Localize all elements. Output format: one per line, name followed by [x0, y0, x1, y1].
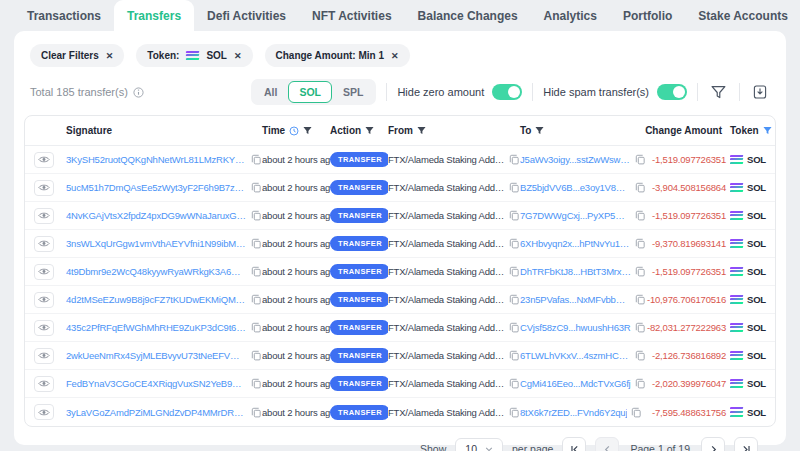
token-filter-chip[interactable]: Token: SOL ✕: [136, 44, 252, 67]
signature-link[interactable]: 4d2tMSeEZuw9B8j9cFZ7tKUDwEKMiQMkTuw6KF..…: [66, 294, 247, 305]
funnel-icon[interactable]: [417, 126, 426, 135]
eye-preview-button[interactable]: [34, 348, 54, 364]
clear-filters-chip[interactable]: Clear Filters ✕: [30, 44, 124, 67]
to-address-link[interactable]: 8tX6k7rZED...FVnd6Y2quj: [520, 407, 627, 418]
to-address-link[interactable]: 6TLWLhVKxV...4szmHCRDz9: [520, 350, 631, 361]
close-icon[interactable]: ✕: [391, 51, 399, 61]
tab-nft-activities[interactable]: NFT Activities: [299, 0, 405, 31]
signature-link[interactable]: 2wkUeeNmRx4SyjMLEBvyvU73tNeEFVWGB6Tgdqi.…: [66, 350, 247, 361]
copy-icon[interactable]: [509, 407, 520, 418]
to-address-link[interactable]: 7G7DWWgCxj...PyXP5R2d3L: [520, 210, 631, 221]
copy-icon[interactable]: [509, 182, 520, 193]
eye-icon: [38, 211, 50, 220]
copy-icon[interactable]: [251, 407, 262, 418]
tab-transfers[interactable]: Transfers: [114, 0, 194, 31]
tab-stake-accounts[interactable]: Stake Accounts: [685, 0, 800, 31]
copy-icon[interactable]: [251, 266, 262, 277]
tab-balance-changes[interactable]: Balance Changes: [405, 0, 531, 31]
copy-icon[interactable]: [251, 378, 262, 389]
tab-transactions[interactable]: Transactions: [14, 0, 114, 31]
tab-analytics[interactable]: Analytics: [531, 0, 610, 31]
page-size-select[interactable]: 10: [455, 438, 503, 451]
signature-link[interactable]: 3nsWLXqUrGgw1vmVthAEYVfni1N99ibMk4maGk..…: [66, 238, 247, 249]
copy-icon[interactable]: [251, 294, 262, 305]
to-address-link[interactable]: 23n5PVafas...NxMFvbbEWo: [520, 294, 631, 305]
token-label: SOL: [747, 294, 766, 305]
signature-link[interactable]: FedBYnaV3CGoCE4XRiqgVuxSN2YeB9QZxjuVP2t.…: [66, 378, 247, 389]
signature-link[interactable]: 3yLaVGoZAmdPZiMLGNdZvDP4MMrDRKW6VJZL...: [66, 407, 247, 418]
eye-preview-button[interactable]: [34, 264, 54, 280]
first-page-button[interactable]: [562, 437, 586, 451]
funnel-icon[interactable]: [303, 126, 312, 135]
chevron-left-icon: [603, 445, 612, 451]
eye-preview-button[interactable]: [34, 320, 54, 336]
copy-icon[interactable]: [251, 182, 262, 193]
copy-icon[interactable]: [509, 210, 520, 221]
copy-icon[interactable]: [509, 294, 520, 305]
copy-icon[interactable]: [635, 266, 646, 277]
copy-icon[interactable]: [635, 294, 646, 305]
copy-icon[interactable]: [635, 238, 646, 249]
export-button[interactable]: [750, 82, 770, 102]
copy-icon[interactable]: [635, 182, 646, 193]
hide-zero-label: Hide zero amount: [397, 86, 484, 98]
eye-preview-button[interactable]: [34, 404, 54, 420]
filter-button[interactable]: [708, 82, 729, 103]
copy-icon[interactable]: [635, 322, 646, 333]
copy-icon[interactable]: [635, 154, 646, 165]
copy-icon[interactable]: [509, 378, 520, 389]
eye-preview-button[interactable]: [34, 236, 54, 252]
scope-option-all[interactable]: All: [253, 81, 288, 103]
to-address-link[interactable]: J5aWv3oigy...sstZwWswEu: [520, 154, 631, 165]
eye-preview-button[interactable]: [34, 180, 54, 196]
copy-icon[interactable]: [635, 378, 646, 389]
signature-link[interactable]: 435c2PfRFqEfWGhMhRHE9ZuKP3dC9t65Seh6VZ4.…: [66, 322, 247, 333]
copy-icon[interactable]: [635, 210, 646, 221]
change-amount-filter-chip[interactable]: Change Amount: Min 1 ✕: [265, 44, 410, 67]
last-page-button[interactable]: [734, 437, 758, 451]
signature-link[interactable]: 4NvKGAjVtsX2fpdZ4pxDG9wWNaJaruxGrRqPz2K.…: [66, 210, 247, 221]
funnel-icon[interactable]: [535, 126, 544, 135]
signature-link[interactable]: 5ucM51h7DmQAsEe5zWyt3yF2F6h9B7zuBMRYfw..…: [66, 182, 247, 193]
funnel-icon-active[interactable]: [763, 126, 772, 135]
copy-icon[interactable]: [251, 350, 262, 361]
to-address-link[interactable]: DhTRFbKtJ8...HBtT3Mrx9g: [520, 266, 631, 277]
scope-option-sol[interactable]: SOL: [288, 81, 332, 103]
copy-icon[interactable]: [631, 407, 642, 418]
copy-icon[interactable]: [251, 154, 262, 165]
copy-icon[interactable]: [509, 154, 520, 165]
copy-icon[interactable]: [251, 322, 262, 333]
divider: [697, 83, 698, 101]
close-icon[interactable]: ✕: [234, 51, 242, 61]
clock-icon[interactable]: [289, 126, 299, 136]
copy-icon[interactable]: [251, 210, 262, 221]
copy-icon[interactable]: [509, 350, 520, 361]
eye-preview-button[interactable]: [34, 376, 54, 392]
eye-preview-button[interactable]: [34, 152, 54, 168]
eye-preview-button[interactable]: [34, 208, 54, 224]
funnel-icon[interactable]: [365, 126, 374, 135]
tab-portfolio[interactable]: Portfolio: [610, 0, 685, 31]
to-address-link[interactable]: CVjsf58zC9...hwuushH63R: [520, 322, 631, 333]
prev-page-button[interactable]: [595, 437, 619, 451]
copy-icon[interactable]: [509, 266, 520, 277]
hide-spam-toggle[interactable]: [657, 84, 687, 100]
scope-option-spl[interactable]: SPL: [332, 81, 374, 103]
signature-link[interactable]: 3KySH52ruotQQKgNhNetWrL81LMzRKYmmBNwo...: [66, 154, 247, 165]
next-page-button[interactable]: [701, 437, 725, 451]
copy-icon[interactable]: [251, 238, 262, 249]
tab-defi-activities[interactable]: Defi Activities: [194, 0, 299, 31]
copy-icon[interactable]: [509, 322, 520, 333]
action-cell: TRANSFER: [330, 348, 388, 363]
to-address-link[interactable]: 6XHbvyqn2x...hPtNvYu1TG: [520, 238, 631, 249]
close-icon[interactable]: ✕: [106, 51, 114, 61]
info-circle-icon[interactable]: [133, 87, 144, 98]
signature-link[interactable]: 4t9Dbmr9e2WcQ48kyywRyaWRkgK3A6wV4pMyw...: [66, 266, 247, 277]
eye-preview-button[interactable]: [34, 292, 54, 308]
copy-icon[interactable]: [509, 238, 520, 249]
to-address-link[interactable]: BZ5bjdVV6B...e3oy1V8UDb: [520, 182, 631, 193]
table-header-row: Signature Time Action From To Change Amo…: [25, 116, 775, 146]
to-address-link[interactable]: CgMi416Eeo...MdcTVxG6fj: [520, 378, 631, 389]
hide-zero-toggle[interactable]: [492, 84, 522, 100]
copy-icon[interactable]: [635, 350, 646, 361]
